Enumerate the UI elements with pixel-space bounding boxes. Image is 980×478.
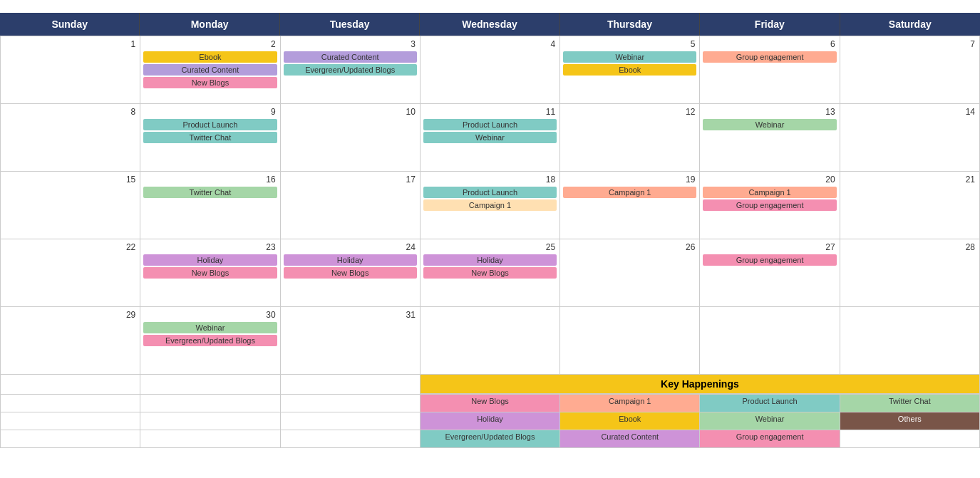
cell-date: 22 — [4, 242, 137, 252]
key-cell-r2-c6 — [840, 430, 980, 447]
key-cell-r2-c2 — [281, 430, 421, 447]
cell-date: 12 — [563, 107, 696, 117]
cal-cell-w0-d2: 3Curated ContentEvergreen/Updated Blogs — [281, 36, 421, 104]
cal-cell-w4-d3 — [421, 307, 560, 375]
cal-cell-w4-d6 — [840, 307, 980, 375]
event-new-blogs[interactable]: New Blogs — [143, 77, 277, 88]
cal-cell-w2-d3: 18Product LaunchCampaign 1 — [421, 172, 560, 239]
cal-cell-w3-d4: 26 — [560, 239, 700, 307]
key-cell-r2-c0 — [1, 430, 140, 447]
cell-date: 15 — [4, 175, 137, 185]
event-evergreen/updated-blogs[interactable]: Evergreen/Updated Blogs — [143, 335, 277, 346]
cell-date: 8 — [4, 107, 137, 117]
cell-date: 28 — [843, 242, 976, 252]
cal-cell-w2-d5: 20Campaign 1Group engagement — [700, 172, 840, 239]
cal-cell-w1-d1: 9Product LaunchTwitter Chat — [140, 104, 280, 172]
cal-cell-w0-d6: 7 — [840, 36, 980, 104]
page-title — [0, 0, 980, 13]
event-curated-content[interactable]: Curated Content — [284, 51, 417, 63]
event-group-engagement[interactable]: Group engagement — [703, 199, 836, 211]
event-group-engagement[interactable]: Group engagement — [703, 254, 836, 266]
cell-date: 30 — [143, 310, 277, 320]
cal-cell-w0-d5: 6Group engagement — [700, 36, 840, 104]
event-product-launch[interactable]: Product Launch — [423, 119, 557, 130]
key-cell-r0-c6: Twitter Chat — [840, 395, 980, 412]
cell-date: 27 — [703, 242, 836, 252]
event-group-engagement[interactable]: Group engagement — [703, 51, 836, 63]
cal-cell-w0-d0: 1 — [1, 36, 140, 104]
event-ebook[interactable]: Ebook — [143, 51, 277, 63]
key-empty-cell-1 — [140, 375, 280, 394]
cal-cell-w2-d1: 16Twitter Chat — [140, 172, 280, 239]
cal-cell-w3-d1: 23HolidayNew Blogs — [140, 239, 280, 307]
event-twitter-chat[interactable]: Twitter Chat — [143, 187, 277, 198]
cell-date: 21 — [843, 175, 976, 185]
cell-date: 3 — [284, 39, 417, 49]
cell-date: 13 — [703, 107, 836, 117]
key-cell-r0-c2 — [281, 395, 421, 412]
cell-date: 24 — [284, 242, 417, 252]
day-name-sunday: Sunday — [0, 13, 140, 36]
day-name-tuesday: Tuesday — [280, 13, 420, 36]
cal-cell-w0-d1: 2EbookCurated ContentNew Blogs — [140, 36, 280, 104]
key-cell-r1-c1 — [140, 412, 280, 430]
cal-cell-w3-d5: 27Group engagement — [700, 239, 840, 307]
key-cell-r2-c1 — [140, 430, 280, 447]
key-cell-r1-c4: Ebook — [560, 412, 700, 430]
event-twitter-chat[interactable]: Twitter Chat — [143, 132, 277, 143]
cal-cell-w4-d5 — [700, 307, 840, 375]
key-cell-r1-c2 — [281, 412, 421, 430]
key-cell-r2-c4: Curated Content — [560, 430, 700, 447]
event-curated-content[interactable]: Curated Content — [143, 64, 277, 76]
key-empty-cell-0 — [1, 375, 140, 394]
cell-date: 1 — [4, 39, 137, 49]
cell-date: 5 — [563, 39, 696, 49]
event-new-blogs[interactable]: New Blogs — [423, 267, 557, 279]
cal-cell-w1-d5: 13Webinar — [700, 104, 840, 172]
key-happenings-header-row: Key Happenings — [0, 375, 980, 395]
event-product-launch[interactable]: Product Launch — [423, 187, 557, 198]
cal-cell-w1-d6: 14 — [840, 104, 980, 172]
key-cell-r2-c3: Evergreen/Updated Blogs — [421, 430, 560, 447]
cal-cell-w4-d4 — [560, 307, 700, 375]
event-holiday[interactable]: Holiday — [423, 254, 557, 266]
event-product-launch[interactable]: Product Launch — [143, 119, 277, 130]
event-webinar[interactable]: Webinar — [143, 322, 277, 333]
cal-cell-w2-d6: 21 — [840, 172, 980, 239]
key-cell-r0-c1 — [140, 395, 280, 412]
cal-cell-w0-d3: 4 — [421, 36, 560, 104]
cell-date: 11 — [423, 107, 557, 117]
calendar-body: 12EbookCurated ContentNew Blogs3Curated … — [0, 36, 980, 375]
event-webinar[interactable]: Webinar — [703, 119, 836, 130]
cal-cell-w1-d4: 12 — [560, 104, 700, 172]
event-new-blogs[interactable]: New Blogs — [284, 267, 417, 279]
event-campaign-1[interactable]: Campaign 1 — [703, 187, 836, 198]
event-ebook[interactable]: Ebook — [563, 64, 696, 76]
cell-date: 7 — [843, 39, 976, 49]
cell-date: 17 — [284, 175, 417, 185]
key-empty-cell-2 — [281, 375, 421, 394]
cal-cell-w3-d0: 22 — [1, 239, 140, 307]
cell-date: 31 — [284, 310, 417, 320]
cell-date: 25 — [423, 242, 557, 252]
event-campaign-1[interactable]: Campaign 1 — [423, 199, 557, 211]
event-webinar[interactable]: Webinar — [423, 132, 557, 143]
event-holiday[interactable]: Holiday — [284, 254, 417, 266]
day-name-friday: Friday — [700, 13, 840, 36]
event-webinar[interactable]: Webinar — [563, 51, 696, 63]
key-cell-r0-c4: Campaign 1 — [560, 395, 700, 412]
cell-date: 18 — [423, 175, 557, 185]
event-campaign-1[interactable]: Campaign 1 — [563, 187, 696, 198]
event-evergreen/updated-blogs[interactable]: Evergreen/Updated Blogs — [284, 64, 417, 76]
event-new-blogs[interactable]: New Blogs — [143, 267, 277, 279]
cal-cell-w1-d2: 10 — [281, 104, 421, 172]
key-row-2: Evergreen/Updated BlogsCurated ContentGr… — [0, 430, 980, 448]
key-cell-r0-c0 — [1, 395, 140, 412]
cal-cell-w4-d1: 30WebinarEvergreen/Updated Blogs — [140, 307, 280, 375]
cal-cell-w3-d3: 25HolidayNew Blogs — [421, 239, 560, 307]
cell-date: 16 — [143, 175, 277, 185]
event-holiday[interactable]: Holiday — [143, 254, 277, 266]
day-name-wednesday: Wednesday — [420, 13, 559, 36]
cell-date: 23 — [143, 242, 277, 252]
cal-cell-w4-d0: 29 — [1, 307, 140, 375]
